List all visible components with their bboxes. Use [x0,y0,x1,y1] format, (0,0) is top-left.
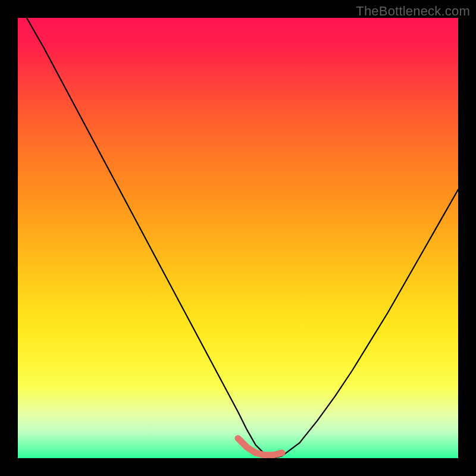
curve-layer [18,18,458,458]
chart-frame: TheBottleneck.com [0,0,476,476]
fit-segment [238,439,282,455]
watermark-text: TheBottleneck.com [356,4,470,19]
plot-area [18,18,458,458]
bottleneck-curve [27,18,458,458]
